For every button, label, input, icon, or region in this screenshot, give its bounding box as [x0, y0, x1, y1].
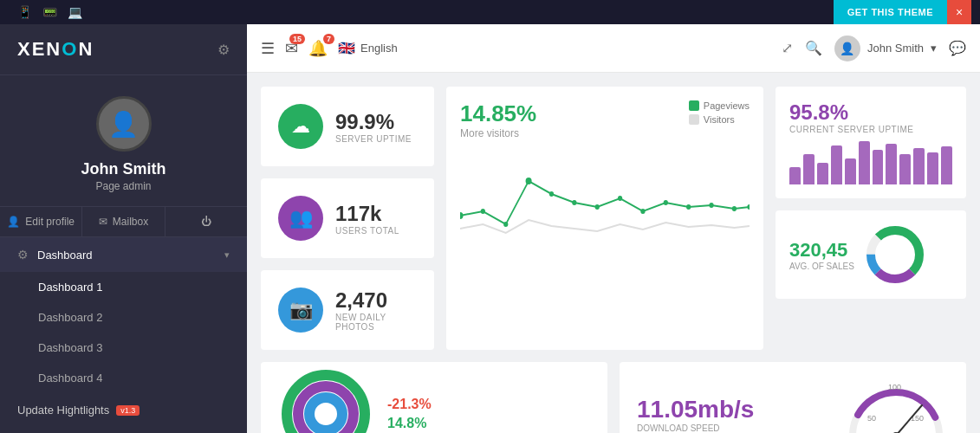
svg-text:50: 50	[867, 414, 876, 423]
language-selector[interactable]: 🇬🇧 English	[338, 40, 398, 56]
svg-point-13	[747, 204, 750, 210]
dashboard3-label: Dashboard 3	[38, 341, 102, 354]
line-chart	[460, 146, 750, 250]
top-widgets: ☁ 99.9% SERVER UPTIME 👥 117k USERS TOTAL	[261, 87, 966, 350]
dashboard-icon: ⚙	[17, 248, 29, 262]
download-value: 11.05mb/s	[637, 396, 754, 423]
sales-value: 320,45	[789, 239, 854, 262]
mailbox-button[interactable]: ✉ Mailbox	[82, 207, 165, 236]
photos-value: 2,470	[335, 288, 417, 313]
sidebar: XENON ⚙ 👤 John Smith Page admin 👤 Edit p…	[0, 24, 247, 433]
main-layout: XENON ⚙ 👤 John Smith Page admin 👤 Edit p…	[0, 24, 980, 433]
menu-icon[interactable]: ☰	[261, 39, 275, 58]
ring-widget: -21.3% 14.8%	[261, 362, 607, 433]
photos-label: NEW DAILY PHOTOS	[335, 313, 417, 332]
sidebar-item-dashboard4[interactable]: Dashboard 4	[0, 363, 247, 393]
visitors-legend-label: Visitors	[704, 114, 735, 125]
svg-point-5	[572, 200, 576, 205]
visitors-chart-widget: 14.85% More visitors Pageviews Visitors	[446, 87, 763, 350]
bottom-widgets: -21.3% 14.8% 11.05mb/s DOWNLOAD SPEED	[261, 362, 966, 433]
bar-6	[859, 141, 870, 184]
avg-sales-widget: 320,45 AVG. OF SALES	[776, 210, 966, 299]
sidebar-item-dashboard3[interactable]: Dashboard 3	[0, 333, 247, 363]
desktop-icon[interactable]: 💻	[68, 5, 82, 19]
pageviews-legend-label: Pageviews	[704, 100, 750, 111]
sidebar-item-updates[interactable]: Update Hightlights v1.3	[0, 393, 247, 427]
topnav-right: ⤢ 🔍 👤 John Smith ▾ 💬	[782, 36, 966, 61]
expand-icon[interactable]: ⤢	[782, 40, 793, 56]
uptime-right-value: 95.8%	[789, 100, 952, 125]
server-uptime-widget: ☁ 99.9% SERVER UPTIME	[261, 87, 434, 166]
bar-2	[803, 154, 815, 184]
user-dropdown[interactable]: 👤 John Smith ▾	[834, 36, 937, 61]
svg-point-2	[481, 209, 485, 214]
topnav: ☰ ✉ 15 🔔 7 🇬🇧 English ⤢ 🔍 👤 John Smith ▾	[247, 24, 980, 73]
dashboard-label: Dashboard	[37, 249, 93, 262]
sales-info: 320,45 AVG. OF SALES	[789, 239, 854, 271]
svg-point-7	[618, 196, 622, 201]
sidebar-item-dashboard1[interactable]: Dashboard 1	[0, 272, 247, 302]
chat-icon[interactable]: 💬	[949, 40, 966, 56]
visitors-dot	[689, 114, 699, 125]
users-icon: 👥	[278, 196, 323, 241]
svg-point-9	[664, 200, 668, 205]
ring-labels: -21.3% 14.8%	[387, 397, 432, 431]
visitors-legend: Visitors	[689, 114, 750, 125]
cloud-icon: ☁	[278, 104, 323, 149]
uptime-bar-widget: 95.8% CURRENT SERVER UPTIME	[776, 87, 966, 198]
sidebar-item-dashboard2[interactable]: Dashboard 2	[0, 302, 247, 333]
mailbox-label: Mailbox	[113, 216, 148, 228]
svg-point-20	[309, 397, 342, 430]
ring-svg	[278, 366, 373, 433]
mail-icon: ✉	[99, 216, 107, 228]
svg-point-3	[503, 222, 508, 227]
power-button[interactable]: ⏻	[165, 207, 247, 236]
pageviews-dot	[689, 100, 699, 111]
chart-label: More visitors	[460, 127, 750, 139]
gauge-svg: 0 100 200 50 150	[840, 371, 952, 433]
user-role: Page admin	[95, 180, 151, 192]
notifications-badge: 7	[323, 34, 334, 44]
content: ☰ ✉ 15 🔔 7 🇬🇧 English ⤢ 🔍 👤 John Smith ▾	[247, 24, 980, 433]
donut-chart	[865, 224, 925, 285]
search-icon[interactable]: 🔍	[805, 40, 822, 56]
sidebar-gear-icon[interactable]: ⚙	[217, 42, 230, 58]
power-icon: ⏻	[201, 216, 211, 228]
users-total-widget: 👥 117k USERS TOTAL	[261, 178, 434, 258]
close-button[interactable]: ×	[947, 0, 971, 24]
dashboard4-label: Dashboard 4	[38, 372, 102, 385]
top-bar: 📱 📟 💻 GET THIS THEME ×	[0, 0, 980, 24]
bar-chart	[789, 141, 952, 184]
download-label: DOWNLOAD SPEED	[637, 423, 754, 433]
server-uptime-value: 99.9%	[335, 110, 412, 134]
donut-svg	[865, 224, 925, 285]
sidebar-item-layout[interactable]: ▣ Layout & Skins	[0, 427, 247, 433]
messages-button[interactable]: ✉ 15	[285, 39, 298, 58]
dashboard-content: ☁ 99.9% SERVER UPTIME 👥 117k USERS TOTAL	[247, 73, 980, 433]
person-icon: 👤	[7, 216, 20, 228]
svg-point-12	[732, 206, 737, 211]
chart-legend: Pageviews Visitors	[689, 100, 750, 128]
bar-8	[886, 144, 897, 185]
tablet-icon[interactable]: 📟	[42, 5, 57, 19]
svg-point-8	[640, 209, 645, 214]
bar-1	[789, 167, 801, 184]
dashboard2-label: Dashboard 2	[38, 311, 102, 324]
version-badge: v1.3	[116, 405, 140, 416]
svg-point-1	[460, 212, 464, 219]
bar-4	[831, 145, 842, 184]
bar-7	[873, 150, 884, 184]
photos-widget: 📷 2,470 NEW DAILY PHOTOS	[261, 270, 434, 350]
edit-profile-button[interactable]: 👤 Edit profile	[0, 207, 82, 236]
bar-10	[913, 148, 925, 185]
messages-badge: 15	[289, 34, 305, 44]
users-value: 117k	[335, 202, 399, 226]
bar-5	[845, 158, 856, 184]
mobile-icon[interactable]: 📱	[17, 5, 32, 19]
user-name: John Smith	[81, 160, 166, 178]
logo: XENON	[17, 38, 94, 61]
sidebar-item-dashboard[interactable]: ⚙ Dashboard ▾	[0, 237, 247, 272]
get-theme-button[interactable]: GET THIS THEME	[834, 0, 947, 24]
user-actions: 👤 Edit profile ✉ Mailbox ⏻	[0, 207, 247, 237]
notifications-button[interactable]: 🔔 7	[308, 39, 328, 58]
